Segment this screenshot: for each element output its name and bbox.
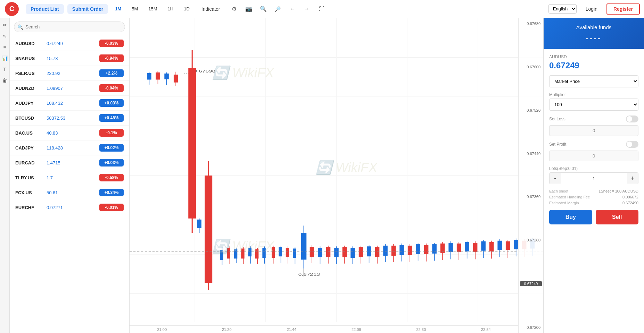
trade-panel: AUDUSD 0.67249 Market Price Limit Price … (544, 49, 644, 333)
svg-rect-21 (164, 74, 169, 79)
product-row[interactable]: AUDUSD0.67249-0.03% (10, 36, 129, 51)
zoom-out-icon[interactable]: 🔎 (272, 3, 283, 15)
set-profit-row: Set Profit (549, 141, 638, 148)
lots-minus-btn[interactable]: - (550, 173, 561, 184)
svg-rect-101 (497, 241, 502, 250)
product-price: 15.73 (47, 56, 99, 61)
product-price: 0.97271 (47, 205, 99, 210)
product-list-btn[interactable]: Product List (26, 4, 64, 14)
left-icon-lines[interactable]: ≡ (1, 43, 9, 51)
product-price: 1.4715 (47, 160, 99, 165)
price-label-1: 0.67680 (520, 22, 542, 26)
timeframe-1d[interactable]: 1D (180, 5, 193, 13)
multiplier-select[interactable]: 100 200 500 (549, 99, 638, 111)
language-select[interactable]: English (548, 4, 577, 14)
back-arrow-icon[interactable]: ← (287, 3, 298, 15)
product-row[interactable]: FCX.US50.61+0.34% (10, 185, 129, 200)
lots-plus-btn[interactable]: + (627, 173, 638, 184)
main-layout: ✏ ↖ ≡ 📊 T 🗑 🔍 AUDUSD0.67249-0.03%SNAP.US… (0, 18, 644, 333)
svg-rect-57 (318, 248, 322, 257)
set-loss-label: Set Loss (549, 117, 565, 121)
svg-rect-97 (481, 241, 486, 251)
forward-arrow-icon[interactable]: → (302, 3, 313, 15)
order-type-select[interactable]: Market Price Limit Price (549, 75, 638, 87)
product-row[interactable]: TLRY.US1.7-0.58% (10, 170, 129, 185)
left-icon-pencil[interactable]: ✏ (1, 21, 9, 29)
sell-button[interactable]: Sell (596, 210, 639, 224)
svg-rect-93 (465, 242, 469, 251)
product-row[interactable]: BTCUSD58372.53+0.48% (10, 111, 129, 126)
time-axis: 21:00 21:20 21:44 22:09 22:30 22:54 (130, 325, 518, 333)
login-btn[interactable]: Login (580, 4, 603, 14)
timeframe-15m[interactable]: 15M (145, 5, 160, 13)
lots-value-input[interactable] (561, 174, 627, 183)
left-icon-chart[interactable]: 📊 (1, 54, 9, 62)
product-name: SNAP.US (15, 56, 47, 61)
available-funds-value: ---- (551, 34, 637, 43)
price-highlight: 0.67249 (520, 281, 542, 286)
indicator-btn[interactable]: Indicator (197, 4, 225, 14)
product-row[interactable]: AUDNZD1.09907-0.04% (10, 81, 129, 96)
product-price: 118.428 (47, 145, 99, 151)
svg-rect-51 (293, 248, 296, 258)
svg-rect-35 (234, 249, 237, 259)
timeframe-5m[interactable]: 5M (128, 5, 141, 13)
product-name: EURCAD (15, 160, 47, 165)
each-sheet-row: Each sheet 1Sheet = 100 AUDUSD (549, 189, 638, 193)
svg-rect-87 (440, 244, 445, 253)
svg-rect-81 (416, 244, 420, 254)
product-price: 1.09907 (47, 86, 99, 91)
set-profit-toggle[interactable] (626, 141, 638, 148)
set-loss-toggle[interactable] (626, 116, 638, 122)
product-row[interactable]: EURCHF0.97271-0.01% (10, 200, 129, 215)
product-name: BTCUSD (15, 116, 47, 121)
camera-icon[interactable]: 📷 (243, 3, 254, 15)
product-list: AUDUSD0.67249-0.03%SNAP.US15.73-0.94%FSL… (10, 36, 129, 215)
logo-icon: C (4, 1, 19, 17)
instrument-name: AUDUSD (549, 54, 638, 59)
timeframe-1m[interactable]: 1M (112, 5, 125, 13)
product-change-badge: -0.04% (99, 84, 124, 92)
svg-rect-99 (489, 242, 494, 251)
left-icon-trash[interactable]: 🗑 (1, 76, 9, 85)
product-price: 58372.53 (47, 116, 99, 121)
product-change-badge: -0.58% (99, 174, 124, 181)
action-buttons: Buy Sell (549, 210, 638, 224)
svg-rect-19 (174, 75, 178, 83)
left-icon-text[interactable]: T (1, 65, 9, 74)
product-change-badge: -0.01% (99, 204, 124, 211)
fullscreen-icon[interactable]: ⛶ (316, 3, 327, 15)
svg-rect-55 (310, 247, 314, 257)
svg-rect-23 (156, 72, 160, 80)
svg-rect-27 (205, 176, 212, 283)
product-row[interactable]: CADJPY118.428+0.02% (10, 140, 129, 155)
set-loss-input[interactable] (549, 125, 638, 136)
zoom-in-icon[interactable]: 🔍 (258, 3, 269, 15)
product-price: 40.83 (47, 130, 99, 136)
buy-button[interactable]: Buy (549, 210, 592, 224)
svg-rect-31 (220, 250, 223, 260)
product-row[interactable]: FSLR.US230.92+2.2% (10, 66, 129, 81)
submit-order-btn[interactable]: Submit Order (67, 4, 108, 14)
product-row[interactable]: AUDJPY108.432+0.03% (10, 96, 129, 111)
set-loss-row: Set Loss (549, 116, 638, 122)
search-input[interactable] (14, 22, 125, 32)
header: C Product List Submit Order 1M 5M 15M 1H… (0, 0, 644, 18)
product-change-badge: +2.2% (99, 69, 124, 77)
lots-controls: - + (549, 172, 638, 184)
lots-label: Lots(Step:0.01) (549, 166, 638, 171)
set-profit-input[interactable] (549, 151, 638, 161)
time-label-2: 21:20 (222, 327, 232, 332)
each-sheet-value: 1Sheet = 100 AUDUSD (598, 189, 638, 193)
left-icon-cursor[interactable]: ↖ (1, 32, 9, 40)
available-funds-card: Available funds ---- (544, 18, 644, 49)
time-label-5: 22:30 (416, 327, 426, 332)
timeframe-1h[interactable]: 1H (164, 5, 177, 13)
product-row[interactable]: BAC.US40.83-0.1% (10, 126, 129, 140)
settings-icon[interactable]: ⚙ (229, 3, 240, 15)
product-name: FCX.US (15, 190, 47, 195)
product-row[interactable]: EURCAD1.4715+0.03% (10, 155, 129, 170)
product-row[interactable]: SNAP.US15.73-0.94% (10, 51, 129, 66)
product-name: CADJPY (15, 145, 47, 151)
register-btn[interactable]: Register (606, 3, 640, 15)
